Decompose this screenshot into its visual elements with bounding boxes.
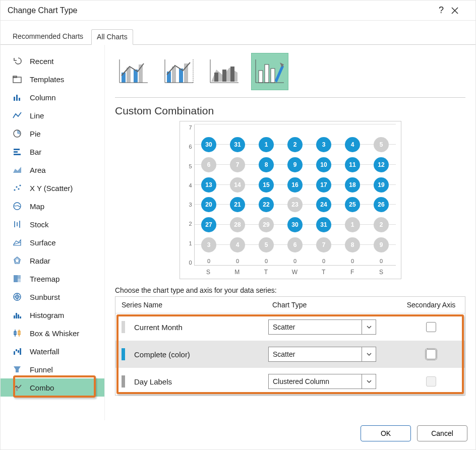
bar-zero-label: 0 bbox=[207, 258, 210, 264]
subtype-stacked-area-column[interactable] bbox=[206, 53, 243, 90]
tab-all-charts[interactable]: All Charts bbox=[91, 29, 133, 45]
series-name: Complete (color) bbox=[134, 350, 264, 359]
header-chart-type: Chart Type bbox=[272, 301, 403, 309]
secondary-axis-checkbox bbox=[426, 376, 436, 387]
stock-icon bbox=[12, 219, 23, 230]
svg-rect-5 bbox=[16, 95, 18, 101]
svg-rect-23 bbox=[14, 275, 18, 282]
series-swatch bbox=[122, 375, 125, 388]
chart-type-select[interactable]: Scatter bbox=[268, 319, 376, 335]
series-row[interactable]: Current MonthScatter bbox=[115, 313, 465, 341]
subtype-column-line-secondary[interactable] bbox=[160, 53, 198, 90]
sidebar-item-recent[interactable]: Recent bbox=[1, 52, 104, 70]
bar-zero-label: 0 bbox=[293, 258, 296, 264]
chart-point: 30 bbox=[287, 217, 303, 232]
subtype-custom-combination[interactable] bbox=[251, 53, 288, 90]
series-name: Day Labels bbox=[134, 377, 264, 386]
combo-area-column-icon bbox=[209, 57, 240, 86]
sidebar-item-treemap[interactable]: Treemap bbox=[1, 270, 104, 288]
chart-point: 1 bbox=[259, 137, 274, 152]
sidebar-item-area[interactable]: Area bbox=[1, 161, 104, 179]
chart-point: 14 bbox=[230, 177, 245, 192]
chart-point: 8 bbox=[259, 157, 274, 172]
chart-point: 22 bbox=[259, 197, 274, 212]
chart-point: 26 bbox=[374, 197, 389, 212]
chart-type-sidebar: RecentTemplatesColumnLinePieBarAreaX Y (… bbox=[1, 45, 105, 420]
svg-rect-66 bbox=[271, 69, 275, 83]
radar-icon bbox=[12, 255, 23, 266]
sidebar-item-stock[interactable]: Stock bbox=[1, 215, 104, 233]
chart-point: 1 bbox=[345, 217, 360, 232]
dialog-title: Change Chart Type bbox=[8, 6, 432, 15]
chart-point: 7 bbox=[316, 237, 331, 252]
sidebar-item-box-whisker[interactable]: Box & Whisker bbox=[1, 324, 104, 342]
bar-zero-label: 0 bbox=[265, 258, 268, 264]
chart-type-select[interactable]: Scatter bbox=[268, 347, 376, 362]
sidebar-item-bar[interactable]: Bar bbox=[1, 143, 104, 161]
chart-point: 2 bbox=[374, 217, 389, 232]
ok-button[interactable]: OK bbox=[361, 425, 411, 441]
tab-recommended-charts[interactable]: Recommended Charts bbox=[8, 29, 88, 45]
combo-custom-icon bbox=[255, 57, 285, 86]
title-bar: Change Chart Type ? bbox=[1, 1, 475, 21]
svg-rect-30 bbox=[14, 315, 15, 318]
chart-point: 7 bbox=[230, 157, 245, 172]
sidebar-item-label: Sunburst bbox=[30, 293, 60, 301]
sidebar-item-waterfall[interactable]: Waterfall bbox=[1, 342, 104, 360]
chart-point: 27 bbox=[201, 217, 216, 232]
svg-rect-31 bbox=[16, 313, 17, 318]
close-button[interactable] bbox=[450, 6, 468, 15]
sidebar-item-sunburst[interactable]: Sunburst bbox=[1, 288, 104, 306]
subtype-clustered-column-line[interactable] bbox=[115, 53, 152, 90]
sidebar-item-label: Bar bbox=[30, 148, 41, 156]
series-row[interactable]: Complete (color)Scatter bbox=[115, 341, 465, 368]
chart-point: 2 bbox=[287, 137, 303, 152]
sidebar-item-label: Treemap bbox=[30, 275, 60, 283]
plot-area: 3031123456789101112131415161718192021222… bbox=[194, 124, 396, 266]
sidebar-item-surface[interactable]: Surface bbox=[1, 233, 104, 251]
scatter-icon bbox=[12, 182, 23, 194]
y-axis: 76543210 bbox=[183, 124, 194, 266]
sidebar-item-histogram[interactable]: Histogram bbox=[1, 306, 104, 324]
sidebar-item-combo[interactable]: Combo bbox=[1, 378, 104, 397]
series-row[interactable]: Day LabelsClustered Column bbox=[115, 368, 465, 395]
sidebar-item-label: Stock bbox=[30, 220, 49, 229]
sidebar-item-label: Area bbox=[30, 166, 46, 174]
svg-point-14 bbox=[18, 188, 19, 189]
sidebar-item-column[interactable]: Column bbox=[1, 88, 104, 106]
svg-rect-61 bbox=[230, 67, 234, 82]
sunburst-icon bbox=[12, 291, 23, 302]
sidebar-item-templates[interactable]: Templates bbox=[1, 70, 104, 88]
secondary-axis-checkbox[interactable] bbox=[426, 322, 436, 332]
svg-rect-59 bbox=[214, 73, 218, 82]
chart-type-select[interactable]: Clustered Column bbox=[268, 374, 376, 389]
chart-point: 13 bbox=[201, 177, 216, 192]
line-icon bbox=[12, 110, 23, 121]
chart-type-value: Scatter bbox=[269, 350, 362, 358]
header-secondary-axis: Secondary Axis bbox=[403, 301, 459, 309]
series-swatch bbox=[122, 321, 125, 333]
sidebar-item-label: Combo bbox=[30, 383, 54, 392]
y-tick: 3 bbox=[189, 202, 192, 208]
chart-point: 20 bbox=[201, 197, 216, 212]
x-tick: S bbox=[367, 269, 395, 276]
sidebar-item-line[interactable]: Line bbox=[1, 106, 104, 124]
sidebar-item-radar[interactable]: Radar bbox=[1, 251, 104, 270]
chart-point: 29 bbox=[259, 217, 274, 232]
svg-rect-33 bbox=[20, 316, 21, 318]
svg-rect-10 bbox=[14, 154, 21, 155]
chevron-down-icon bbox=[362, 374, 376, 389]
cancel-button[interactable]: Cancel bbox=[417, 425, 467, 441]
chart-point: 19 bbox=[374, 177, 389, 192]
sidebar-item-x-y-scatter-[interactable]: X Y (Scatter) bbox=[1, 179, 104, 197]
y-tick: 5 bbox=[189, 163, 192, 169]
sidebar-item-pie[interactable]: Pie bbox=[1, 124, 104, 143]
choose-series-label: Choose the chart type and axis for your … bbox=[115, 286, 465, 294]
chart-point: 8 bbox=[345, 237, 360, 252]
sidebar-item-funnel[interactable]: Funnel bbox=[1, 360, 104, 378]
help-button[interactable]: ? bbox=[432, 5, 450, 16]
sidebar-item-map[interactable]: Map bbox=[1, 197, 104, 215]
chart-point: 4 bbox=[345, 137, 360, 152]
secondary-axis-checkbox[interactable] bbox=[426, 349, 436, 359]
series-rows: Current MonthScatterComplete (color)Scat… bbox=[115, 313, 465, 395]
